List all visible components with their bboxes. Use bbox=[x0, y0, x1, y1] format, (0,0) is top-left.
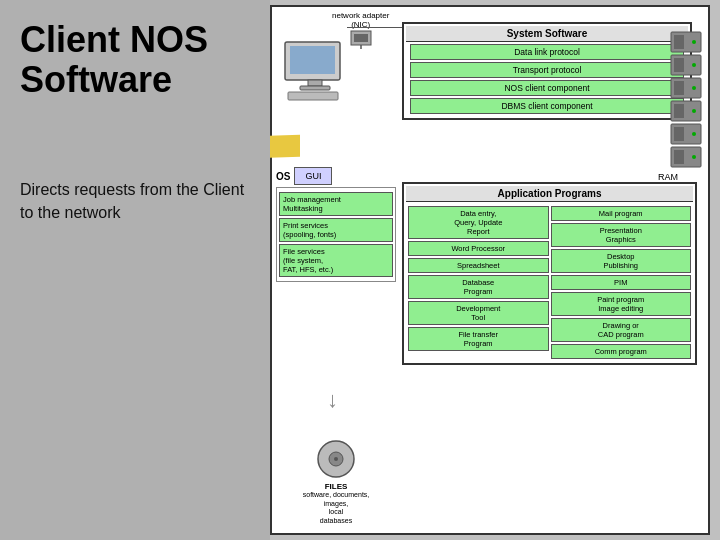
app-database: DatabaseProgram bbox=[408, 275, 549, 299]
app-data-entry: Data entry,Query, UpdateReport bbox=[408, 206, 549, 239]
svg-point-25 bbox=[692, 155, 696, 159]
svg-rect-12 bbox=[674, 58, 684, 72]
svg-point-13 bbox=[692, 63, 696, 67]
subtitle: Directs requests from the Client to the … bbox=[20, 179, 250, 224]
system-software-box: System Software Data link protocol Trans… bbox=[402, 22, 692, 120]
svg-rect-6 bbox=[300, 86, 330, 90]
files-label: FILES bbox=[276, 482, 396, 491]
nic-connector-line bbox=[347, 27, 402, 28]
arrow-down-icon: ↓ bbox=[327, 387, 338, 413]
svg-rect-18 bbox=[674, 104, 684, 118]
os-row: OS GUI bbox=[276, 167, 332, 185]
svg-rect-1 bbox=[354, 34, 368, 42]
app-spreadsheet: Spreadsheet bbox=[408, 258, 549, 273]
server-icon bbox=[666, 27, 706, 177]
app-cad: Drawing orCAD program bbox=[551, 318, 692, 342]
app-col1: Data entry,Query, UpdateReport Word Proc… bbox=[408, 206, 549, 359]
ram-label: RAM bbox=[658, 172, 678, 182]
app-file-transfer: File transferProgram bbox=[408, 327, 549, 351]
files-sublabel: software, documents,images,localdatabase… bbox=[276, 491, 396, 525]
app-paint: Paint programImage editing bbox=[551, 292, 692, 316]
files-area: FILES software, documents,images,localda… bbox=[276, 439, 396, 525]
ss-item-3: DBMS client component bbox=[410, 98, 684, 114]
app-col2: Mail program PresentationGraphics Deskto… bbox=[551, 206, 692, 359]
disk-icon bbox=[316, 439, 356, 479]
svg-point-19 bbox=[692, 109, 696, 113]
app-programs-box: Application Programs Data entry,Query, U… bbox=[402, 182, 697, 365]
app-word-processor: Word Processor bbox=[408, 241, 549, 256]
svg-rect-24 bbox=[674, 150, 684, 164]
system-software-title: System Software bbox=[406, 26, 688, 42]
os-services: Job managementMultitasking Print service… bbox=[276, 187, 396, 282]
svg-rect-4 bbox=[290, 46, 335, 74]
app-programs-title: Application Programs bbox=[406, 186, 693, 202]
svg-rect-21 bbox=[674, 127, 684, 141]
app-dev-tool: DevelopmentTool bbox=[408, 301, 549, 325]
app-pim: PIM bbox=[551, 275, 692, 290]
diagram-area: network adapter (NIC) System Software Da… bbox=[270, 5, 710, 535]
svg-rect-9 bbox=[674, 35, 684, 49]
os-label: OS bbox=[276, 171, 290, 182]
svg-rect-15 bbox=[674, 81, 684, 95]
app-mail: Mail program bbox=[551, 206, 692, 221]
svg-point-16 bbox=[692, 86, 696, 90]
gui-box: GUI bbox=[294, 167, 332, 185]
os-service-print: Print services(spooling, fonts) bbox=[279, 218, 393, 242]
nic-label: network adapter bbox=[332, 11, 389, 20]
svg-point-22 bbox=[692, 132, 696, 136]
left-panel: Client NOS Software Directs requests fro… bbox=[0, 0, 270, 540]
svg-point-10 bbox=[692, 40, 696, 44]
os-service-job: Job managementMultitasking bbox=[279, 192, 393, 216]
app-desktop-pub: DesktopPublishing bbox=[551, 249, 692, 273]
os-service-file: File services(file system,FAT, HFS, etc.… bbox=[279, 244, 393, 277]
svg-rect-7 bbox=[288, 92, 338, 100]
ss-item-2: NOS client component bbox=[410, 80, 684, 96]
ss-item-1: Transport protocol bbox=[410, 62, 684, 78]
main-title: Client NOS Software bbox=[20, 20, 250, 99]
ss-item-0: Data link protocol bbox=[410, 44, 684, 60]
app-comm: Comm program bbox=[551, 344, 692, 359]
svg-rect-5 bbox=[308, 80, 322, 86]
app-presentation: PresentationGraphics bbox=[551, 223, 692, 247]
computer-icon bbox=[280, 37, 350, 107]
svg-point-28 bbox=[334, 457, 338, 461]
